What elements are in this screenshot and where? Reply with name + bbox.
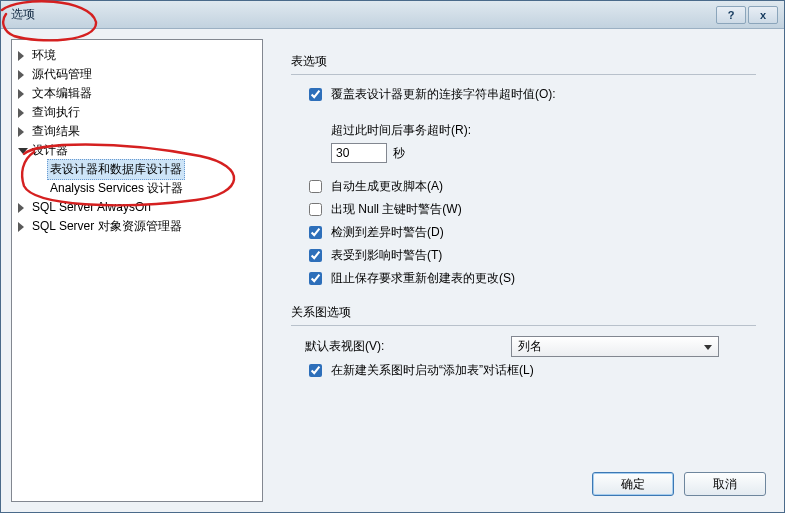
spacer-icon xyxy=(36,184,46,194)
default-view-row: 默认表视图(V): 列名 xyxy=(305,336,756,357)
timeout-value-row: 超过此时间后事务超时(R): xyxy=(331,122,756,139)
autoscript-row: 自动生成更改脚本(A) xyxy=(305,177,756,196)
tree-item-queryresults[interactable]: 查询结果 xyxy=(18,122,262,141)
affectwarn-row: 表受到影响时警告(T) xyxy=(305,246,756,265)
tree-item-label: 查询执行 xyxy=(32,103,80,122)
launch-addtable-row: 在新建关系图时启动“添加表”对话框(L) xyxy=(305,361,756,380)
tree-item-objectexplorer[interactable]: SQL Server 对象资源管理器 xyxy=(18,217,262,236)
tree-item-queryexec[interactable]: 查询执行 xyxy=(18,103,262,122)
chevron-right-icon xyxy=(18,203,28,213)
timeout-input-row: 秒 xyxy=(331,143,756,163)
override-timeout-row: 覆盖表设计器更新的连接字符串超时值(O): xyxy=(305,85,756,104)
chevron-right-icon xyxy=(18,51,28,61)
override-timeout-checkbox[interactable] xyxy=(309,88,322,101)
window-title: 选项 xyxy=(11,6,716,23)
divider xyxy=(291,325,756,326)
tree-item-label: 环境 xyxy=(32,46,56,65)
timeout-label: 超过此时间后事务超时(R): xyxy=(331,122,471,139)
tree-item-table-designer[interactable]: 表设计器和数据库设计器 xyxy=(36,160,262,179)
tree-item-label: 文本编辑器 xyxy=(32,84,92,103)
category-tree[interactable]: 环境 源代码管理 文本编辑器 查询执行 查询结果 设计器 表设计器和数据库设计器… xyxy=(11,39,263,502)
help-button[interactable]: ? xyxy=(716,6,746,24)
diffwarn-label: 检测到差异时警告(D) xyxy=(331,224,444,241)
spacer-icon xyxy=(36,165,46,175)
tree-item-environment[interactable]: 环境 xyxy=(18,46,262,65)
tree-item-sourcecontrol[interactable]: 源代码管理 xyxy=(18,65,262,84)
nullwarn-label: 出现 Null 主键时警告(W) xyxy=(331,201,462,218)
timeout-suffix: 秒 xyxy=(393,145,405,162)
default-view-value: 列名 xyxy=(518,338,542,355)
preventsave-label: 阻止保存要求重新创建表的更改(S) xyxy=(331,270,515,287)
tree-item-label: Analysis Services 设计器 xyxy=(50,179,183,198)
titlebar[interactable]: 选项 ? x xyxy=(1,1,784,29)
tree-item-as-designer[interactable]: Analysis Services 设计器 xyxy=(36,179,262,198)
group-diagram-options-label: 关系图选项 xyxy=(291,304,756,321)
default-view-select[interactable]: 列名 xyxy=(511,336,719,357)
close-button[interactable]: x xyxy=(748,6,778,24)
tree-item-label: SQL Server AlwaysOn xyxy=(32,198,151,217)
chevron-right-icon xyxy=(18,127,28,137)
chevron-right-icon xyxy=(18,222,28,232)
settings-pane: 表选项 覆盖表设计器更新的连接字符串超时值(O): 超过此时间后事务超时(R):… xyxy=(273,39,774,502)
default-view-label: 默认表视图(V): xyxy=(305,338,505,355)
preventsave-row: 阻止保存要求重新创建表的更改(S) xyxy=(305,269,756,288)
options-dialog: 选项 ? x 环境 源代码管理 文本编辑器 查询执行 查询结果 设计器 表设计器… xyxy=(0,0,785,513)
chevron-right-icon xyxy=(18,108,28,118)
cancel-button[interactable]: 取消 xyxy=(684,472,766,496)
tree-item-label: 表设计器和数据库设计器 xyxy=(47,159,185,180)
group-table-options-label: 表选项 xyxy=(291,53,756,70)
autoscript-checkbox[interactable] xyxy=(309,180,322,193)
launch-addtable-checkbox[interactable] xyxy=(309,364,322,377)
tree-item-designers[interactable]: 设计器 xyxy=(18,141,262,160)
tree-item-label: 源代码管理 xyxy=(32,65,92,84)
tree-item-label: 查询结果 xyxy=(32,122,80,141)
preventsave-checkbox[interactable] xyxy=(309,272,322,285)
timeout-input[interactable] xyxy=(331,143,387,163)
dialog-buttons: 确定 取消 xyxy=(273,462,774,502)
autoscript-label: 自动生成更改脚本(A) xyxy=(331,178,443,195)
affectwarn-label: 表受到影响时警告(T) xyxy=(331,247,442,264)
affectwarn-checkbox[interactable] xyxy=(309,249,322,262)
diffwarn-row: 检测到差异时警告(D) xyxy=(305,223,756,242)
diffwarn-checkbox[interactable] xyxy=(309,226,322,239)
tree-item-alwayson[interactable]: SQL Server AlwaysOn xyxy=(18,198,262,217)
form-area: 表选项 覆盖表设计器更新的连接字符串超时值(O): 超过此时间后事务超时(R):… xyxy=(273,39,774,462)
chevron-down-icon xyxy=(18,146,28,156)
divider xyxy=(291,74,756,75)
launch-addtable-label: 在新建关系图时启动“添加表”对话框(L) xyxy=(331,362,534,379)
override-timeout-label: 覆盖表设计器更新的连接字符串超时值(O): xyxy=(331,86,556,103)
tree-item-label: SQL Server 对象资源管理器 xyxy=(32,217,182,236)
tree-item-texteditor[interactable]: 文本编辑器 xyxy=(18,84,262,103)
chevron-right-icon xyxy=(18,89,28,99)
nullwarn-row: 出现 Null 主键时警告(W) xyxy=(305,200,756,219)
tree-item-label: 设计器 xyxy=(32,141,68,160)
content-area: 环境 源代码管理 文本编辑器 查询执行 查询结果 设计器 表设计器和数据库设计器… xyxy=(1,29,784,512)
window-buttons: ? x xyxy=(716,6,778,24)
nullwarn-checkbox[interactable] xyxy=(309,203,322,216)
ok-button[interactable]: 确定 xyxy=(592,472,674,496)
chevron-right-icon xyxy=(18,70,28,80)
